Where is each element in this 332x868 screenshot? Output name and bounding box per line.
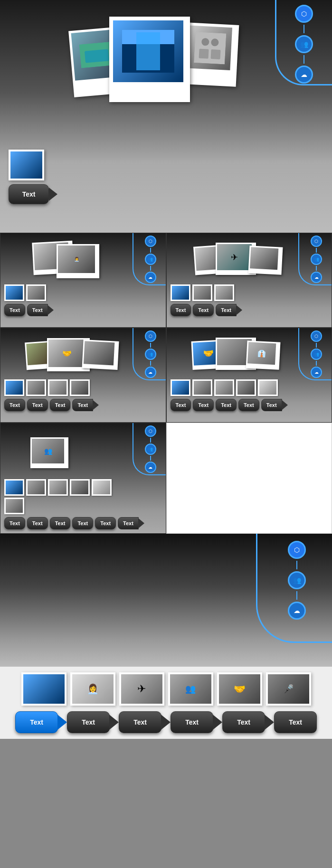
svg-rect-4 <box>136 32 160 70</box>
cell-btn-0[interactable]: Text <box>4 517 25 529</box>
bottom-photo-0 <box>21 672 66 706</box>
cell-btn-4-arrow[interactable]: Text <box>261 399 288 411</box>
cell-grid: ⬡ 👥 ☁ 👩‍💼 Text Te <box>0 233 332 534</box>
cell-btn-0[interactable]: Text <box>171 399 191 411</box>
cell-btn-label[interactable]: Text <box>216 304 237 316</box>
cell-btn-label[interactable]: Text <box>27 304 48 316</box>
cell-3: ⬡ 👥 ☁ 🤝 <box>0 328 166 423</box>
bottom-btn-label-2[interactable]: Text <box>119 711 161 733</box>
bottom-btn-0[interactable]: Text <box>15 711 67 733</box>
chain-line <box>296 591 297 600</box>
cell-1-btns[interactable]: Text Text <box>4 304 54 316</box>
bottom-btn-label-5[interactable]: Text <box>274 711 317 733</box>
svg-rect-8 <box>199 48 209 58</box>
section-hero: ⬡ 👥 ☁ Text <box>0 0 332 233</box>
cell-btn-2[interactable]: Text <box>216 399 237 411</box>
text-btn-hero[interactable]: Text <box>9 184 57 204</box>
bottom-photo-3: 👥 <box>168 672 213 706</box>
cell-4-inner: 🤝 👔 Text Text Text Text <box>171 333 328 411</box>
bottom-bar: 👩‍💼 ✈ 👥 🤝 🎤 Text Text Text Text <box>0 667 332 739</box>
chain-line <box>304 25 304 33</box>
bottom-btn-arrow-1 <box>109 715 119 730</box>
cell-1-cluster: 👩‍💼 <box>19 242 166 280</box>
cell-btn-2[interactable]: Text <box>50 399 71 411</box>
hero-photo-center <box>109 17 190 102</box>
thumb-1 <box>192 284 212 301</box>
cell-btn-5-arrow[interactable]: Text <box>118 517 144 529</box>
bottom-btn-2[interactable]: Text <box>119 711 171 733</box>
bottom-photo-2: ✈ <box>119 672 164 706</box>
cell-btn-0[interactable]: Text <box>4 399 25 411</box>
cell-btn-1[interactable]: Text <box>27 399 48 411</box>
cell-btn-label[interactable]: Text <box>72 399 93 411</box>
hero-text-button[interactable]: Text <box>9 184 49 204</box>
thumb-0 <box>171 284 190 301</box>
cell-btn-0[interactable]: Text <box>4 304 25 316</box>
thumb-3 <box>70 479 90 496</box>
thumb-1 <box>26 379 46 396</box>
bottom-btn-label-4[interactable]: Text <box>222 711 265 733</box>
cell-btn-1[interactable]: Text <box>27 517 48 529</box>
bottom-btn-1[interactable]: Text <box>67 711 119 733</box>
cell-4-cluster: 🤝 👔 <box>185 337 332 375</box>
cell-3-cluster: 🤝 <box>19 337 166 375</box>
cell-btn-3[interactable]: Text <box>72 517 93 529</box>
cell-btn-1[interactable]: Text <box>193 304 214 316</box>
cell-btn-label[interactable]: Text <box>118 517 139 529</box>
cell-btn-arrow <box>139 519 144 528</box>
cell-2-thumbs <box>171 284 234 301</box>
cell-btn-arrow <box>48 305 54 315</box>
thumb-0 <box>171 379 190 396</box>
bottom-btn-label-3[interactable]: Text <box>171 711 213 733</box>
bottom-btn-5[interactable]: Text <box>274 711 317 733</box>
bottom-photo-4: 🤝 <box>217 672 262 706</box>
thumb-4 <box>92 479 112 496</box>
cell-photo-3 <box>248 245 283 275</box>
cloud-icon: ☁ <box>295 66 313 84</box>
bottom-btns-row: Text Text Text Text Text Text <box>5 711 327 733</box>
bottom-btn-label-0[interactable]: Text <box>15 711 58 733</box>
thumb-0 <box>4 379 24 396</box>
thumb-0 <box>4 479 24 496</box>
bottom-photos-row: 👩‍💼 ✈ 👥 🤝 🎤 <box>5 672 327 706</box>
cell-3-thumbs <box>4 379 90 396</box>
cell-btn-label[interactable]: Text <box>261 399 282 411</box>
cell-4-btns[interactable]: Text Text Text Text Text <box>171 399 288 411</box>
section-last-icon-chain: ⬡ 👥 ☁ <box>288 541 306 620</box>
thumb-1 <box>26 284 46 301</box>
bottom-photo-5: 🎤 <box>266 672 311 706</box>
bottom-btn-arrow-4 <box>265 715 274 730</box>
cell-btn-2-arrow[interactable]: Text <box>216 304 242 316</box>
chart-icon: ⬡ <box>295 5 313 23</box>
bottom-btn-arrow-0 <box>57 715 67 730</box>
cell-btn-1[interactable]: Text <box>193 399 214 411</box>
thumb-2 <box>214 284 234 301</box>
thumb-4 <box>258 379 278 396</box>
thumb-3 <box>236 379 256 396</box>
bottom-btn-label-1[interactable]: Text <box>67 711 110 733</box>
bottom-btn-4[interactable]: Text <box>222 711 274 733</box>
bottom-photo-1: 👩‍💼 <box>70 672 115 706</box>
thumb-0 <box>4 284 24 301</box>
cloud-icon-last: ☁ <box>288 602 306 620</box>
cell-photo-single: 👥 <box>30 437 68 468</box>
hero-arrow <box>49 188 57 201</box>
thumb-5 <box>4 498 24 514</box>
cell-photo-3 <box>82 340 119 370</box>
cell-5-btns[interactable]: Text Text Text Text Text Text <box>4 517 144 529</box>
cell-btn-0[interactable]: Text <box>171 304 191 316</box>
cell-btn-3[interactable]: Text <box>238 399 259 411</box>
cell-4: ⬡ 👥 ☁ 🤝 👔 <box>166 328 332 423</box>
bottom-btn-3[interactable]: Text <box>171 711 222 733</box>
cell-3-inner: 🤝 Text Text Text Text <box>4 333 162 411</box>
cell-5-thumbs <box>4 479 133 514</box>
cell-2-btns[interactable]: Text Text Text <box>171 304 242 316</box>
hero-photo-right <box>184 22 239 87</box>
cell-3-btns[interactable]: Text Text Text Text <box>4 399 99 411</box>
cell-btn-4[interactable]: Text <box>95 517 116 529</box>
cell-btn-2[interactable]: Text <box>50 517 71 529</box>
chain-line <box>296 561 297 569</box>
cell-btn-1-arrow[interactable]: Text <box>27 304 54 316</box>
cell-1-inner: 👩‍💼 Text Text <box>4 238 162 316</box>
cell-btn-3-arrow[interactable]: Text <box>72 399 99 411</box>
